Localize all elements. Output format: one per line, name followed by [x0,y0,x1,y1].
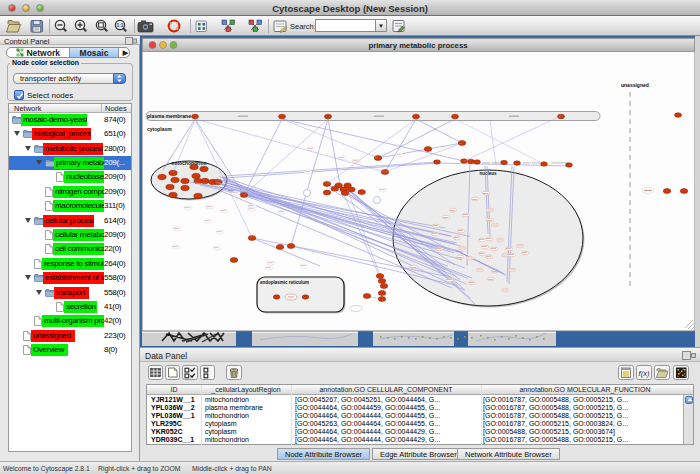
svg-text:primary metabolic process: primary metabolic process [368,41,468,50]
svg-text:1:1: 1:1 [116,22,123,28]
svg-text:nucleus: nucleus [479,171,497,176]
svg-text:endoplasmic reticulum: endoplasmic reticulum [260,280,309,285]
svg-text:plasma membrane: plasma membrane [147,113,191,119]
svg-text:f(x): f(x) [639,369,650,378]
svg-text:cytoplasm: cytoplasm [147,126,172,132]
svg-text:unassigned: unassigned [621,82,649,88]
